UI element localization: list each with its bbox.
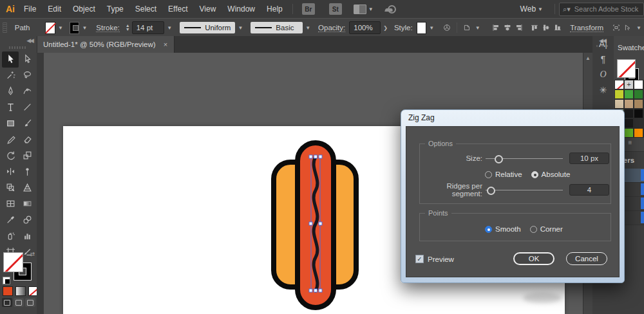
preview-checkbox[interactable]: ✓ — [415, 255, 424, 263]
menu-select[interactable]: Select — [129, 5, 162, 14]
draw-normal-button[interactable] — [2, 298, 12, 307]
tool-magic-wand[interactable] — [2, 68, 19, 84]
menu-edit[interactable]: Edit — [42, 5, 67, 14]
swatches-fill-proxy[interactable] — [617, 59, 636, 78]
document-setup-icon[interactable] — [463, 23, 471, 32]
swatch-ffffff[interactable] — [634, 80, 643, 89]
color-button[interactable] — [3, 286, 13, 296]
corner-radio[interactable] — [530, 226, 537, 233]
menu-help[interactable]: Help — [261, 5, 289, 14]
stroke-weight-stepper[interactable]: ▲▼ — [126, 24, 130, 32]
brushes-panel-icon[interactable]: ✳ — [592, 82, 614, 98]
share-icon[interactable] — [385, 5, 395, 14]
size-slider-handle[interactable] — [495, 155, 503, 163]
align-center-horizontal-icon[interactable] — [504, 23, 511, 32]
size-value-field[interactable]: 10 px — [569, 152, 609, 164]
fill-color-swatch[interactable] — [45, 22, 55, 34]
stroke-color-swatch[interactable] — [70, 22, 80, 34]
width-profile-dropdown[interactable]: Uniform — [180, 22, 235, 33]
tool-rotate[interactable] — [2, 148, 19, 164]
opacity-value[interactable]: 100% — [349, 21, 381, 34]
panel-grip[interactable] — [9, 46, 27, 49]
fill-proxy-none[interactable] — [3, 252, 23, 272]
swatch-c2a27e[interactable] — [624, 99, 634, 109]
hotdog-artwork[interactable] — [269, 139, 359, 313]
style-swatch[interactable] — [417, 22, 427, 34]
relative-radio[interactable] — [485, 171, 492, 178]
stroke-weight-value[interactable]: 14 pt — [132, 21, 165, 34]
opacity-label[interactable]: Opacity: — [318, 24, 345, 32]
ridges-value-field[interactable]: 4 — [569, 184, 609, 196]
swatch-2e2e2e[interactable] — [634, 118, 643, 128]
tool-blend[interactable] — [19, 212, 35, 228]
swatch-c3cf2f[interactable] — [614, 89, 624, 99]
gradient-button[interactable] — [15, 286, 26, 296]
align-top-icon[interactable] — [531, 23, 538, 32]
tool-scale[interactable] — [19, 148, 35, 164]
scroll-up-icon[interactable]: ▲ — [585, 55, 591, 61]
draw-behind-button[interactable] — [14, 298, 24, 307]
zigzag-dialog[interactable]: Zig Zag Options Size: 10 px Relative Abs… — [401, 109, 625, 283]
paragraph-panel-icon[interactable]: ¶ — [592, 51, 614, 67]
opentype-panel-icon[interactable]: O — [592, 67, 614, 82]
chevron-down-icon[interactable]: ▼ — [426, 25, 437, 31]
ridges-slider-handle[interactable] — [487, 187, 495, 195]
workspace-switcher[interactable]: Web ▼ — [520, 5, 543, 14]
tool-eyedropper[interactable] — [2, 212, 19, 228]
chevron-down-icon[interactable]: ▼ — [634, 25, 644, 31]
tool-puppet-warp[interactable] — [19, 164, 35, 180]
tool-rectangle[interactable] — [2, 116, 19, 132]
chevron-down-icon[interactable]: ▼ — [164, 25, 175, 31]
swap-fill-stroke-icon[interactable]: ⇄ — [30, 251, 35, 257]
menu-window[interactable]: Window — [222, 5, 261, 14]
draw-inside-button[interactable] — [25, 298, 35, 307]
swatch-a8875f[interactable] — [634, 99, 643, 109]
tool-mesh[interactable] — [2, 196, 19, 212]
swatch-options-icon[interactable]: ≡ — [628, 139, 632, 146]
tool-perspective-grid[interactable] — [19, 180, 35, 196]
ok-button[interactable]: OK — [513, 252, 554, 265]
absolute-label[interactable]: Absolute — [542, 171, 571, 178]
tool-curvature[interactable] — [19, 84, 35, 100]
swatch-0d0d0d[interactable] — [634, 109, 643, 118]
dialog-title[interactable]: Zig Zag — [401, 110, 624, 126]
tool-direct-selection[interactable] — [19, 51, 35, 68]
swatch-1c1c1c[interactable] — [624, 118, 634, 128]
align-center-vertical-icon[interactable] — [542, 23, 550, 32]
document-tab[interactable]: Untitled-1* @ 50% (RGB/Preview) × — [37, 36, 175, 53]
menu-type[interactable]: Type — [101, 5, 129, 14]
menu-view[interactable]: View — [194, 5, 222, 14]
preview-label[interactable]: Preview — [428, 255, 454, 263]
stroke-weight-label[interactable]: Stroke: — [96, 24, 119, 32]
size-slider[interactable] — [486, 154, 563, 162]
menu-file[interactable]: File — [18, 5, 42, 14]
tool-gradient[interactable] — [19, 196, 35, 212]
align-left-icon[interactable] — [492, 23, 500, 32]
relative-label[interactable]: Relative — [495, 171, 522, 178]
tool-column-graph[interactable] — [19, 228, 35, 245]
corner-label[interactable]: Corner — [540, 225, 563, 233]
smooth-label[interactable]: Smooth — [495, 225, 521, 233]
tool-lasso[interactable] — [19, 68, 35, 84]
chevron-down-icon[interactable]: ▼ — [473, 25, 483, 31]
search-box[interactable]: ⌕▾ — [559, 3, 644, 16]
tool-selection[interactable] — [2, 51, 19, 68]
swatch-d9c6a8[interactable] — [614, 99, 624, 109]
menu-object[interactable]: Object — [67, 5, 101, 14]
close-tab-icon[interactable]: × — [164, 41, 167, 48]
swatch-1b1b1b[interactable] — [624, 109, 634, 118]
swatch-none[interactable] — [614, 80, 624, 89]
absolute-radio[interactable] — [531, 171, 538, 178]
tool-line-segment[interactable] — [19, 100, 35, 116]
ridges-slider[interactable] — [486, 186, 563, 194]
tool-shape-builder[interactable] — [2, 180, 19, 196]
chevron-down-icon[interactable]: ▼ — [303, 25, 313, 31]
tool-paintbrush[interactable] — [19, 116, 35, 132]
character-panel-icon[interactable]: A| — [592, 36, 614, 51]
select-similar-icon[interactable] — [624, 23, 632, 32]
default-fill-stroke-icon[interactable] — [3, 277, 10, 284]
panel-grip[interactable] — [3, 23, 7, 33]
swatch-44a73e[interactable] — [624, 89, 634, 99]
opacity-arrow-icon[interactable]: ❯ — [381, 25, 390, 31]
tool-type[interactable] — [2, 100, 19, 116]
